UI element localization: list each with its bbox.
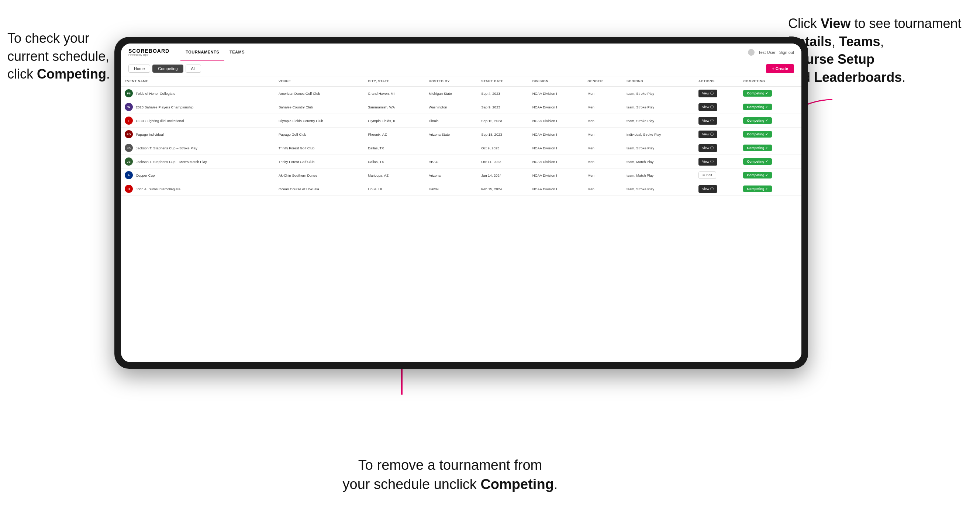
competing-badge[interactable]: Competing ✓ — [743, 144, 772, 151]
filter-competing-btn[interactable]: Competing — [153, 65, 183, 73]
col-division: DIVISION — [529, 76, 584, 86]
view-btn[interactable]: View ⓘ — [698, 144, 717, 152]
venue-cell: Papago Golf Club — [275, 128, 364, 141]
division-cell: NCAA Division I — [529, 182, 584, 196]
competing-cell: Competing ✓ — [740, 114, 802, 128]
scoring-cell: individual, Stroke Play — [623, 128, 695, 141]
scoring-cell: team, Stroke Play — [623, 182, 695, 196]
view-btn[interactable]: View ⓘ — [698, 185, 717, 193]
table-header-row: EVENT NAME VENUE CITY, STATE HOSTED BY S… — [121, 76, 802, 86]
col-hosted: HOSTED BY — [425, 76, 477, 86]
filter-home-btn[interactable]: Home — [129, 65, 150, 73]
date-cell: Oct 11, 2023 — [477, 155, 529, 168]
col-scoring: SCORING — [623, 76, 695, 86]
city-cell: Lihue, HI — [364, 182, 425, 196]
hosted-cell: Arizona — [425, 168, 477, 182]
competing-cell: Competing ✓ — [740, 128, 802, 141]
view-btn[interactable]: View ⓘ — [698, 158, 717, 165]
date-cell: Sep 9, 2023 — [477, 100, 529, 114]
competing-badge[interactable]: Competing ✓ — [743, 117, 772, 124]
view-btn[interactable]: View ⓘ — [698, 103, 717, 111]
nav-teams[interactable]: TEAMS — [224, 43, 250, 61]
col-start-date: START DATE — [477, 76, 529, 86]
tablet-screen: SCOREBOARD Powered by clipp TOURNAMENTS … — [121, 43, 802, 362]
table-row: W 2023 Sahalee Players Championship Saha… — [121, 100, 802, 114]
competing-badge[interactable]: Competing ✓ — [743, 158, 772, 165]
city-cell: Maricopa, AZ — [364, 168, 425, 182]
user-icon — [748, 49, 754, 56]
tablet: SCOREBOARD Powered by clipp TOURNAMENTS … — [115, 37, 808, 369]
gender-cell: Men — [584, 114, 623, 128]
team-logo: JS — [125, 157, 133, 165]
team-logo: I — [125, 116, 133, 125]
competing-badge[interactable]: Competing ✓ — [743, 90, 772, 97]
table-container: EVENT NAME VENUE CITY, STATE HOSTED BY S… — [121, 76, 802, 362]
venue-cell: Trinity Forest Golf Club — [275, 155, 364, 168]
hosted-cell: Illinois — [425, 114, 477, 128]
view-btn[interactable]: View ⓘ — [698, 130, 717, 138]
actions-cell: View ⓘ — [695, 114, 740, 128]
team-logo: W — [125, 103, 133, 111]
date-cell: Sep 18, 2023 — [477, 128, 529, 141]
gender-cell: Men — [584, 168, 623, 182]
date-cell: Sep 15, 2023 — [477, 114, 529, 128]
edit-btn[interactable]: ✏ Edit — [698, 171, 716, 179]
competing-badge[interactable]: Competing ✓ — [743, 104, 772, 110]
competing-cell: Competing ✓ — [740, 100, 802, 114]
division-cell: NCAA Division I — [529, 155, 584, 168]
venue-cell: Trinity Forest Golf Club — [275, 141, 364, 155]
tournaments-table: EVENT NAME VENUE CITY, STATE HOSTED BY S… — [121, 76, 802, 196]
actions-cell: View ⓘ — [695, 155, 740, 168]
team-logo: JS — [125, 144, 133, 152]
division-cell: NCAA Division I — [529, 168, 584, 182]
table-row: FS Folds of Honor Collegiate American Du… — [121, 86, 802, 100]
nav-right: Test User Sign out — [748, 49, 794, 56]
col-city: CITY, STATE — [364, 76, 425, 86]
table-body: FS Folds of Honor Collegiate American Du… — [121, 86, 802, 196]
filter-bar: Home Competing All + Create — [121, 61, 802, 76]
view-btn[interactable]: View ⓘ — [698, 90, 717, 97]
division-cell: NCAA Division I — [529, 128, 584, 141]
event-cell: JS Jackson T. Stephens Cup – Stroke Play — [121, 141, 275, 155]
col-gender: GENDER — [584, 76, 623, 86]
division-cell: NCAA Division I — [529, 141, 584, 155]
competing-badge[interactable]: Competing ✓ — [743, 186, 772, 192]
sign-out-link[interactable]: Sign out — [779, 50, 794, 55]
event-cell: W 2023 Sahalee Players Championship — [121, 100, 275, 114]
venue-cell: American Dunes Golf Club — [275, 86, 364, 100]
city-cell: Sammamish, WA — [364, 100, 425, 114]
event-name: Jackson T. Stephens Cup – Men's Match Pl… — [136, 160, 207, 164]
create-btn[interactable]: + Create — [766, 64, 794, 73]
competing-cell: Competing ✓ — [740, 141, 802, 155]
gender-cell: Men — [584, 86, 623, 100]
hosted-cell: Hawaii — [425, 182, 477, 196]
gender-cell: Men — [584, 155, 623, 168]
scoring-cell: team, Stroke Play — [623, 100, 695, 114]
col-event-name: EVENT NAME — [121, 76, 275, 86]
scoring-cell: team, Match Play — [623, 155, 695, 168]
table-row: H John A. Burns Intercollegiate Ocean Co… — [121, 182, 802, 196]
hosted-cell: Washington — [425, 100, 477, 114]
venue-cell: Sahalee Country Club — [275, 100, 364, 114]
event-name: Copper Cup — [136, 173, 154, 178]
date-cell: Oct 9, 2023 — [477, 141, 529, 155]
actions-cell: View ⓘ — [695, 182, 740, 196]
filter-all-btn[interactable]: All — [186, 65, 201, 73]
division-cell: NCAA Division I — [529, 114, 584, 128]
view-btn[interactable]: View ⓘ — [698, 117, 717, 125]
competing-badge[interactable]: Competing ✓ — [743, 131, 772, 138]
annotation-bottom: To remove a tournament from your schedul… — [302, 456, 598, 494]
city-cell: Grand Haven, MI — [364, 86, 425, 100]
competing-badge[interactable]: Competing ✓ — [743, 172, 772, 178]
table-row: JS Jackson T. Stephens Cup – Men's Match… — [121, 155, 802, 168]
event-cell: A Copper Cup — [121, 168, 275, 182]
table-row: I OFCC Fighting Illini Invitational Olym… — [121, 114, 802, 128]
competing-cell: Competing ✓ — [740, 155, 802, 168]
competing-cell: Competing ✓ — [740, 182, 802, 196]
col-venue: VENUE — [275, 76, 364, 86]
venue-cell: Ak-Chin Southern Dunes — [275, 168, 364, 182]
scoring-cell: team, Stroke Play — [623, 114, 695, 128]
nav-tournaments[interactable]: TOURNAMENTS — [180, 43, 224, 61]
scoreboard-title: SCOREBOARD — [129, 48, 169, 54]
hosted-cell: Michigan State — [425, 86, 477, 100]
